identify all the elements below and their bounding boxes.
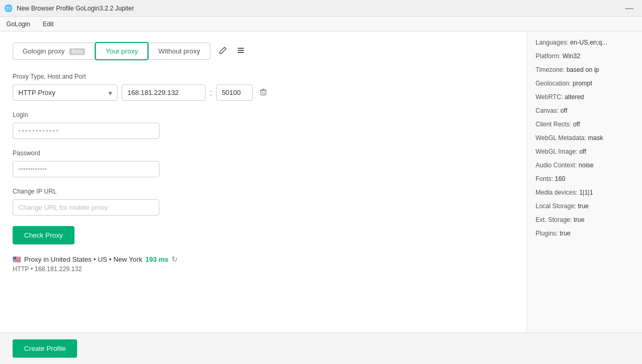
sidebar-value-0: en-US,en;q... [570,39,607,46]
svg-rect-0 [238,48,244,49]
login-label: Login [13,111,514,119]
proxy-result-location: 🇺🇸 Proxy in United States • US • New Yor… [13,255,514,263]
sidebar-label-12: Local Storage: [536,202,576,210]
sidebar-value-11: 1|1|1 [579,189,593,196]
title-bar: 🌐 New Browser Profile GoLogin3.2.2 Jupit… [0,0,642,17]
change-ip-label: Change IP URL [13,188,514,195]
sidebar-label-8: WebGL Image: [536,148,577,155]
sidebar-item-10: Fonts: 160 [536,174,634,184]
sidebar-value-2: based on ip [566,66,599,73]
sidebar-item-9: Audio Context: noise [536,160,634,170]
svg-rect-1 [238,50,244,51]
left-content: Gologin proxy Beta Your proxy Without pr… [0,31,527,333]
password-label: Password [13,149,514,157]
menu-bar: GoLogin Edit [0,17,642,31]
window-title: New Browser Profile GoLogin3.2.2 Jupiter [17,5,134,12]
sidebar-item-2: Timezone: based on ip [536,65,634,74]
sidebar-value-7: mask [588,134,603,142]
menu-item-edit[interactable]: Edit [40,19,56,29]
beta-badge: Beta [69,48,85,55]
bottom-bar: Create Profile [0,333,642,364]
sidebar-value-13: true [574,216,585,223]
sidebar-label-14: Plugins: [536,230,558,237]
sidebar-value-12: true [578,202,589,210]
sidebar-item-7: WebGL Metadata: mask [536,133,634,143]
minimize-button[interactable]: — [621,4,638,13]
password-section: Password [13,149,514,177]
sidebar-item-4: WebRTC: altered [536,92,634,102]
sidebar-label-7: WebGL Metadata: [536,134,586,142]
change-ip-input[interactable] [13,199,159,216]
svg-rect-2 [238,52,244,53]
sidebar-label-0: Languages: [536,39,569,46]
sidebar-value-5: off [560,107,567,114]
sidebar-value-10: 160 [555,175,565,183]
proxy-type-select[interactable]: HTTP Proxy HTTPS Proxy SOCKS4 SOCKS5 [13,84,117,101]
sidebar-item-12: Local Storage: true [536,201,634,211]
edit-icon-button[interactable] [217,44,229,59]
proxy-type-section: Proxy Type, Host and Port HTTP Proxy HTT… [13,73,514,101]
proxy-type-label: Proxy Type, Host and Port [13,73,514,80]
sidebar-value-4: altered [565,93,584,101]
change-ip-section: Change IP URL [13,188,514,216]
sidebar-label-9: Audio Context: [536,162,577,169]
svg-rect-3 [261,90,266,95]
sidebar-label-11: Media devices: [536,189,577,196]
proxy-protocol: HTTP [13,265,29,273]
menu-item-gologin[interactable]: GoLogin [4,19,32,29]
sidebar-value-6: off [573,121,580,128]
sidebar-item-13: Ext. Storage: true [536,215,634,224]
sidebar-label-2: Timezone: [536,66,565,73]
proxy-port-input[interactable] [216,84,253,101]
list-icon-button[interactable] [234,44,247,59]
flag-icon: 🇺🇸 [13,255,21,263]
sidebar-label-5: Canvas: [536,107,559,114]
check-proxy-button[interactable]: Check Proxy [13,226,74,244]
sidebar-label-4: WebRTC: [536,93,563,101]
sidebar-item-8: WebGL Image: off [536,147,634,156]
sidebar-label-1: Platform: [536,52,561,60]
proxy-host-input[interactable] [122,84,206,101]
login-input[interactable] [13,123,159,139]
right-sidebar: Languages: en-US,en;q...Platform: Win32T… [527,31,642,333]
proxy-type-wrapper: HTTP Proxy HTTPS Proxy SOCKS4 SOCKS5 [13,84,117,101]
sidebar-item-6: Client Rects: off [536,120,634,129]
sidebar-item-3: Geolocation: prompt [536,79,634,88]
sidebar-value-14: true [560,230,571,237]
sidebar-item-14: Plugins: true [536,229,634,238]
proxy-result-detail: HTTP • 168.181.229.132 [13,265,514,273]
sidebar-label-6: Client Rects: [536,121,571,128]
sidebar-label-3: Geolocation: [536,80,571,87]
create-profile-button[interactable]: Create Profile [13,339,77,358]
tab-without-proxy[interactable]: Without proxy [148,42,210,60]
sidebar-label-13: Ext. Storage: [536,216,572,223]
proxy-ms: 193 ms [145,255,168,263]
refresh-icon[interactable]: ↻ [172,255,178,263]
sidebar-value-3: prompt [573,80,592,87]
sidebar-item-0: Languages: en-US,en;q... [536,38,634,47]
sidebar-item-5: Canvas: off [536,106,634,115]
main-layout: Gologin proxy Beta Your proxy Without pr… [0,31,642,333]
tab-your-proxy[interactable]: Your proxy [95,42,148,60]
sidebar-items-container: Languages: en-US,en;q...Platform: Win32T… [536,38,634,238]
sidebar-value-9: noise [579,162,594,169]
proxy-location-text: Proxy in United States • US • New York [24,255,142,263]
tab-gologin-proxy[interactable]: Gologin proxy Beta [13,42,95,60]
login-section: Login [13,111,514,139]
sidebar-label-10: Fonts: [536,175,553,183]
sidebar-item-11: Media devices: 1|1|1 [536,188,634,197]
tab-bar: Gologin proxy Beta Your proxy Without pr… [13,42,514,60]
proxy-ip: 168.181.229.132 [35,265,82,273]
proxy-dot: • [30,265,35,273]
tab-icons [217,44,247,59]
proxy-result: 🇺🇸 Proxy in United States • US • New Yor… [13,255,514,273]
password-input[interactable] [13,161,159,177]
delete-proxy-button[interactable] [257,85,270,100]
sidebar-item-1: Platform: Win32 [536,51,634,61]
sidebar-value-8: off [579,148,586,155]
app-icon: 🌐 [4,4,13,13]
proxy-type-row: HTTP Proxy HTTPS Proxy SOCKS4 SOCKS5 : [13,84,514,101]
sidebar-value-1: Win32 [562,52,580,60]
colon-separator: : [210,89,212,97]
